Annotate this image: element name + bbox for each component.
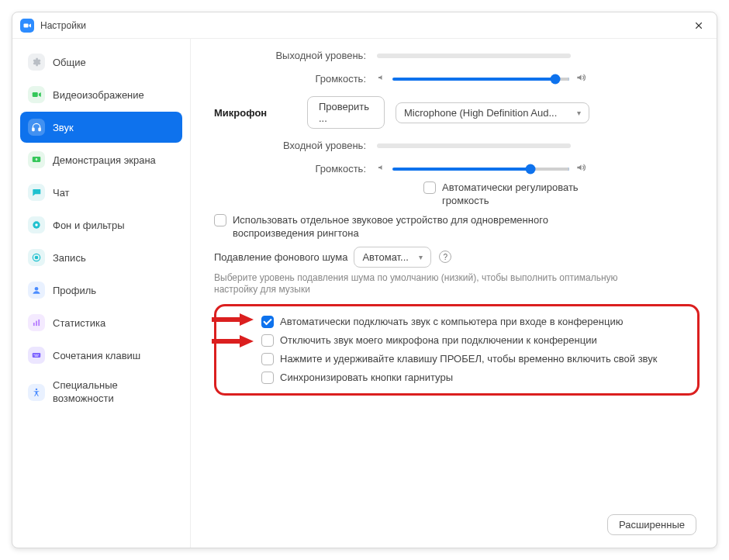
sidebar-item-label: Профиль xyxy=(53,285,96,296)
push-to-talk-label: Нажмите и удерживайте клавишу ПРОБЕЛ, чт… xyxy=(280,353,657,365)
sidebar-item-accessibility[interactable]: Специальные возможности xyxy=(20,372,182,413)
advanced-button[interactable]: Расширенные xyxy=(607,514,696,535)
output-level-meter xyxy=(377,54,571,58)
share-screen-icon xyxy=(28,151,45,168)
mic-volume-row: Громкость: xyxy=(214,162,700,175)
push-to-talk-row: Нажмите и удерживайте клавишу ПРОБЕЛ, чт… xyxy=(261,353,685,365)
auto-join-audio-row: Автоматически подключать звук с компьюте… xyxy=(261,316,685,328)
headphones-icon xyxy=(28,119,45,136)
stats-icon xyxy=(28,314,45,331)
svg-marker-24 xyxy=(240,313,254,326)
svg-rect-6 xyxy=(39,128,40,131)
background-icon xyxy=(28,216,45,233)
svg-rect-20 xyxy=(38,354,39,355)
sync-headset-row: Синхронизировать кнопки гарнитуры xyxy=(261,372,685,384)
volume-label: Громкость: xyxy=(214,163,377,175)
svg-rect-17 xyxy=(34,354,35,355)
red-arrow-icon xyxy=(210,313,254,327)
sidebar-item-shortcuts[interactable]: Сочетания клавиш xyxy=(20,340,182,371)
speaker-volume-row: Громкость: xyxy=(214,72,700,85)
auto-volume-label: Автоматически регулировать громкость xyxy=(442,181,602,208)
volume-low-icon xyxy=(377,73,386,85)
chevron-down-icon: ▾ xyxy=(419,253,423,261)
svg-rect-5 xyxy=(33,128,34,131)
chevron-down-icon: ▾ xyxy=(577,109,581,117)
svg-rect-16 xyxy=(33,353,41,358)
mute-on-join-row: Отключить звук моего микрофона при подкл… xyxy=(261,334,685,347)
noise-suppress-label: Подавление фонового шума xyxy=(214,251,347,263)
ringtone-device-checkbox[interactable] xyxy=(214,214,226,226)
help-icon[interactable]: ? xyxy=(439,251,451,263)
auto-volume-row: Автоматически регулировать громкость xyxy=(423,181,602,208)
svg-rect-15 xyxy=(38,320,40,326)
svg-rect-21 xyxy=(35,356,39,357)
svg-rect-0 xyxy=(24,23,29,27)
noise-suppress-select[interactable]: Автомат... ▾ xyxy=(354,247,431,268)
microphone-row: Микрофон Проверить ... Microphone (High … xyxy=(214,96,700,129)
auto-join-audio-label: Автоматически подключать звук с компьюте… xyxy=(280,316,623,327)
svg-point-12 xyxy=(35,287,39,291)
ringtone-device-row: Использовать отдельное звуковое устройст… xyxy=(214,214,602,240)
sidebar-item-chat[interactable]: Чат xyxy=(20,177,182,208)
settings-window: Настройки Общие Видеоизображение xyxy=(12,12,717,548)
sidebar-item-profile[interactable]: Профиль xyxy=(20,275,182,306)
zoom-icon xyxy=(20,19,34,33)
sidebar-item-recording[interactable]: Запись xyxy=(20,242,182,273)
input-level-label: Входной уровень: xyxy=(214,140,377,151)
test-microphone-button[interactable]: Проверить ... xyxy=(307,96,385,129)
svg-point-22 xyxy=(36,389,37,390)
auto-volume-checkbox[interactable] xyxy=(423,181,436,194)
sync-headset-checkbox[interactable] xyxy=(261,372,274,384)
mute-on-join-checkbox[interactable] xyxy=(261,334,274,347)
input-level-row: Входной уровень: xyxy=(214,140,700,151)
svg-marker-26 xyxy=(240,335,254,347)
push-to-talk-checkbox[interactable] xyxy=(261,353,274,365)
sidebar-item-label: Чат xyxy=(53,187,70,199)
svg-rect-4 xyxy=(33,92,38,97)
input-level-meter xyxy=(377,143,571,148)
chat-icon xyxy=(28,184,45,201)
svg-point-9 xyxy=(35,223,38,226)
window-body: Общие Видеоизображение Звук Демонстрация… xyxy=(12,39,717,548)
highlighted-checkbox-group: Автоматически подключать звук с компьюте… xyxy=(214,304,700,396)
sidebar-item-share-screen[interactable]: Демонстрация экрана xyxy=(20,144,182,175)
sync-headset-label: Синхронизировать кнопки гарнитуры xyxy=(280,372,453,383)
sidebar-item-statistics[interactable]: Статистика xyxy=(20,307,182,338)
speaker-volume-slider[interactable] xyxy=(392,78,569,81)
mic-volume-slider[interactable] xyxy=(392,168,569,171)
record-icon xyxy=(28,249,45,266)
sidebar: Общие Видеоизображение Звук Демонстрация… xyxy=(12,39,191,548)
video-icon xyxy=(28,86,45,103)
svg-rect-13 xyxy=(33,323,35,326)
sidebar-item-label: Видеоизображение xyxy=(53,89,144,101)
svg-point-11 xyxy=(35,256,38,259)
output-level-row: Выходной уровень: xyxy=(214,50,700,61)
profile-icon xyxy=(28,282,45,299)
auto-join-audio-checkbox[interactable] xyxy=(261,316,274,328)
noise-suppress-hint: Выберите уровень подавления шума по умол… xyxy=(214,272,648,296)
sidebar-item-label: Специальные возможности xyxy=(53,379,174,406)
microphone-device-select[interactable]: Microphone (High Definition Aud... ▾ xyxy=(396,102,589,123)
titlebar: Настройки xyxy=(12,12,717,39)
keyboard-icon xyxy=(28,347,45,364)
accessibility-icon xyxy=(28,384,45,401)
sidebar-item-label: Фон и фильтры xyxy=(53,220,125,231)
volume-high-icon xyxy=(575,72,586,85)
sidebar-item-label: Сочетания клавиш xyxy=(53,350,140,361)
red-arrow-icon xyxy=(210,334,254,348)
sidebar-item-label: Общие xyxy=(53,57,86,68)
mute-on-join-label: Отключить звук моего микрофона при подкл… xyxy=(280,334,597,346)
sidebar-item-label: Статистика xyxy=(53,317,105,329)
sidebar-item-label: Звук xyxy=(53,122,74,133)
sidebar-item-background[interactable]: Фон и фильтры xyxy=(20,209,182,240)
sidebar-item-label: Запись xyxy=(53,252,86,264)
sidebar-item-video[interactable]: Видеоизображение xyxy=(20,79,182,110)
window-title: Настройки xyxy=(40,20,86,31)
sidebar-item-audio[interactable]: Звук xyxy=(20,112,182,143)
audio-settings-panel: Выходной уровень: Громкость: xyxy=(191,39,717,548)
svg-rect-18 xyxy=(35,354,36,355)
output-level-label: Выходной уровень: xyxy=(214,50,377,61)
noise-suppress-row: Подавление фонового шума Автомат... ▾ ? xyxy=(214,247,700,268)
close-button[interactable] xyxy=(689,16,709,36)
sidebar-item-general[interactable]: Общие xyxy=(20,47,182,78)
